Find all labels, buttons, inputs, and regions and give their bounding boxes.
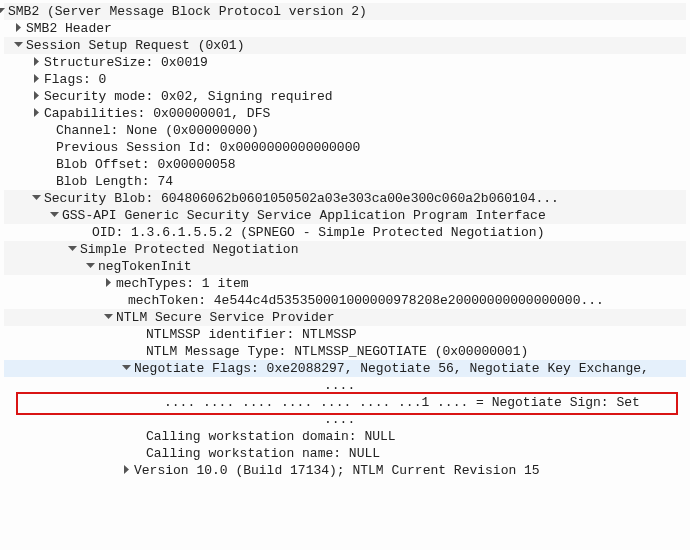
negtoken[interactable]: negTokenInit bbox=[4, 258, 686, 275]
mechtoken[interactable]: mechToken: 4e544c4d535350001000000978208… bbox=[4, 292, 686, 309]
flags-ellipsis-above[interactable]: .... bbox=[4, 377, 686, 394]
chevron-down-icon[interactable] bbox=[122, 360, 134, 377]
blob-length[interactable]: Blob Length: 74 bbox=[4, 173, 686, 190]
chevron-right-icon[interactable] bbox=[104, 275, 116, 292]
ntlm-identifier[interactable]: NTLMSSP identifier: NTLMSSP bbox=[4, 326, 686, 343]
negotiate-sign-label: .... .... .... .... .... .... ...1 .... … bbox=[164, 395, 640, 410]
session-setup[interactable]: Session Setup Request (0x01) bbox=[4, 37, 686, 54]
workstation-name[interactable]: Calling workstation name: NULL bbox=[4, 445, 686, 462]
gss-api[interactable]: GSS-API Generic Security Service Applica… bbox=[4, 207, 686, 224]
negotiate-flags-label: Negotiate Flags: 0xe2088297, Negotiate 5… bbox=[134, 361, 649, 376]
chevron-right-icon[interactable] bbox=[32, 54, 44, 71]
mechtypes-label: mechTypes: 1 item bbox=[116, 276, 249, 291]
smb2-header[interactable]: SMB2 Header bbox=[4, 20, 686, 37]
prev-session[interactable]: Previous Session Id: 0x0000000000000000 bbox=[4, 139, 686, 156]
chevron-down-icon[interactable] bbox=[32, 190, 44, 207]
chevron-right-icon[interactable] bbox=[14, 20, 26, 37]
smb2-label: SMB2 (Server Message Block Protocol vers… bbox=[8, 4, 367, 19]
ntlm-identifier-label: NTLMSSP identifier: NTLMSSP bbox=[146, 327, 357, 342]
capabilities-label: Capabilities: 0x00000001, DFS bbox=[44, 106, 270, 121]
ntlm-msgtype-label: NTLM Message Type: NTLMSSP_NEGOTIATE (0x… bbox=[146, 344, 528, 359]
ntlm-msgtype[interactable]: NTLM Message Type: NTLMSSP_NEGOTIATE (0x… bbox=[4, 343, 686, 360]
mechtoken-label: mechToken: 4e544c4d535350001000000978208… bbox=[128, 293, 604, 308]
chevron-down-icon[interactable] bbox=[68, 241, 80, 258]
chevron-down-icon[interactable] bbox=[0, 3, 8, 20]
blob-offset-label: Blob Offset: 0x00000058 bbox=[56, 157, 235, 172]
spn-label: Simple Protected Negotiation bbox=[80, 242, 298, 257]
flags-label: Flags: 0 bbox=[44, 72, 106, 87]
negotiate-flags[interactable]: Negotiate Flags: 0xe2088297, Negotiate 5… bbox=[4, 360, 686, 377]
ntlm-ssp[interactable]: NTLM Secure Service Provider bbox=[4, 309, 686, 326]
gss-api-label: GSS-API Generic Security Service Applica… bbox=[62, 208, 546, 223]
channel[interactable]: Channel: None (0x00000000) bbox=[4, 122, 686, 139]
workstation-domain-label: Calling workstation domain: NULL bbox=[146, 429, 396, 444]
spn[interactable]: Simple Protected Negotiation bbox=[4, 241, 686, 258]
security-mode[interactable]: Security mode: 0x02, Signing required bbox=[4, 88, 686, 105]
structure-size-label: StructureSize: 0x0019 bbox=[44, 55, 208, 70]
capabilities[interactable]: Capabilities: 0x00000001, DFS bbox=[4, 105, 686, 122]
packet-details-tree: SMB2 (Server Message Block Protocol vers… bbox=[0, 0, 690, 485]
session-setup-label: Session Setup Request (0x01) bbox=[26, 38, 244, 53]
blob-length-label: Blob Length: 74 bbox=[56, 174, 173, 189]
oid-label: OID: 1.3.6.1.5.5.2 (SPNEGO - Simple Prot… bbox=[92, 225, 544, 240]
flags-ellipsis-below[interactable]: .... bbox=[4, 411, 686, 428]
smb2-header-label: SMB2 Header bbox=[26, 21, 112, 36]
chevron-right-icon[interactable] bbox=[32, 105, 44, 122]
chevron-down-icon[interactable] bbox=[14, 37, 26, 54]
blob-offset[interactable]: Blob Offset: 0x00000058 bbox=[4, 156, 686, 173]
chevron-right-icon[interactable] bbox=[32, 71, 44, 88]
security-blob[interactable]: Security Blob: 604806062b0601050502a03e3… bbox=[4, 190, 686, 207]
ntlm-version[interactable]: Version 10.0 (Build 17134); NTLM Current… bbox=[4, 462, 686, 479]
workstation-domain[interactable]: Calling workstation domain: NULL bbox=[4, 428, 686, 445]
channel-label: Channel: None (0x00000000) bbox=[56, 123, 259, 138]
flags-row[interactable]: Flags: 0 bbox=[4, 71, 686, 88]
chevron-down-icon[interactable] bbox=[86, 258, 98, 275]
negtoken-label: negTokenInit bbox=[98, 259, 192, 274]
ntlm-version-label: Version 10.0 (Build 17134); NTLM Current… bbox=[134, 463, 540, 478]
prev-session-label: Previous Session Id: 0x0000000000000000 bbox=[56, 140, 360, 155]
chevron-right-icon[interactable] bbox=[122, 462, 134, 479]
chevron-right-icon[interactable] bbox=[32, 88, 44, 105]
workstation-name-label: Calling workstation name: NULL bbox=[146, 446, 380, 461]
mechtypes[interactable]: mechTypes: 1 item bbox=[4, 275, 686, 292]
oid[interactable]: OID: 1.3.6.1.5.5.2 (SPNEGO - Simple Prot… bbox=[4, 224, 686, 241]
negotiate-sign-row[interactable]: .... .... .... .... .... .... ...1 .... … bbox=[4, 394, 686, 411]
ntlm-ssp-label: NTLM Secure Service Provider bbox=[116, 310, 334, 325]
security-mode-label: Security mode: 0x02, Signing required bbox=[44, 89, 333, 104]
security-blob-label: Security Blob: 604806062b0601050502a03e3… bbox=[44, 191, 559, 206]
chevron-down-icon[interactable] bbox=[50, 207, 62, 224]
chevron-down-icon[interactable] bbox=[104, 309, 116, 326]
smb2-root[interactable]: SMB2 (Server Message Block Protocol vers… bbox=[4, 3, 686, 20]
structure-size[interactable]: StructureSize: 0x0019 bbox=[4, 54, 686, 71]
